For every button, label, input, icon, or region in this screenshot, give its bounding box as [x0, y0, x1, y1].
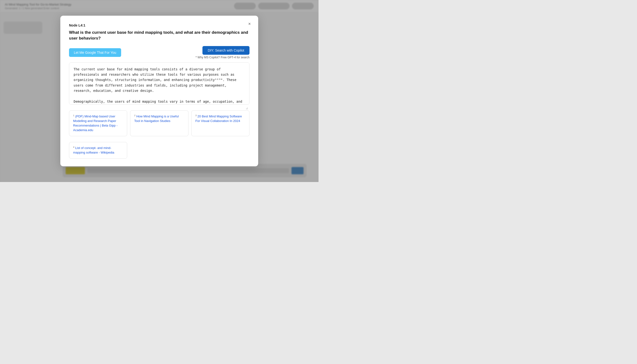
google-search-button[interactable]: Let Me Google That For You [69, 48, 121, 57]
copilot-group: DIY: Search with Copilot * Why MS Copilo… [196, 46, 249, 59]
source-card-2[interactable]: 2 How Mind Mapping is a Useful Tool in N… [130, 110, 188, 136]
source-card-1[interactable]: 1 (PDF) Mind-Map based User Modelling an… [69, 110, 127, 136]
source-card-4[interactable]: 4 List of concept- and mind-mapping soft… [69, 142, 127, 158]
modal-dialog: × Node L4:1 What is the current user bas… [60, 16, 258, 166]
sources-grid: 1 (PDF) Mind-Map based User Modelling an… [69, 110, 249, 158]
node-label: Node L4:1 [69, 24, 249, 27]
source-num-2: 2 [134, 114, 135, 117]
source-num-3: 3 [195, 114, 197, 117]
modal-question: What is the current user base for mind m… [69, 30, 249, 41]
modal-close-button[interactable]: × [246, 20, 253, 27]
copilot-search-button[interactable]: DIY: Search with Copilot [202, 46, 249, 55]
source-num-1: 1 [73, 114, 74, 117]
source-card-3[interactable]: 3 20 Best Mind Mapping Software For Visu… [191, 110, 249, 136]
copilot-hint: * Why MS Copilot? Free GPT-4 for search [196, 56, 249, 59]
modal-overlay: × Node L4:1 What is the current user bas… [0, 0, 318, 182]
resize-handle: ⊿ [246, 106, 248, 110]
research-text-area[interactable] [69, 62, 249, 104]
modal-actions-row: Let Me Google That For You DIY: Search w… [69, 46, 249, 59]
source-num-4: 4 [73, 146, 74, 148]
